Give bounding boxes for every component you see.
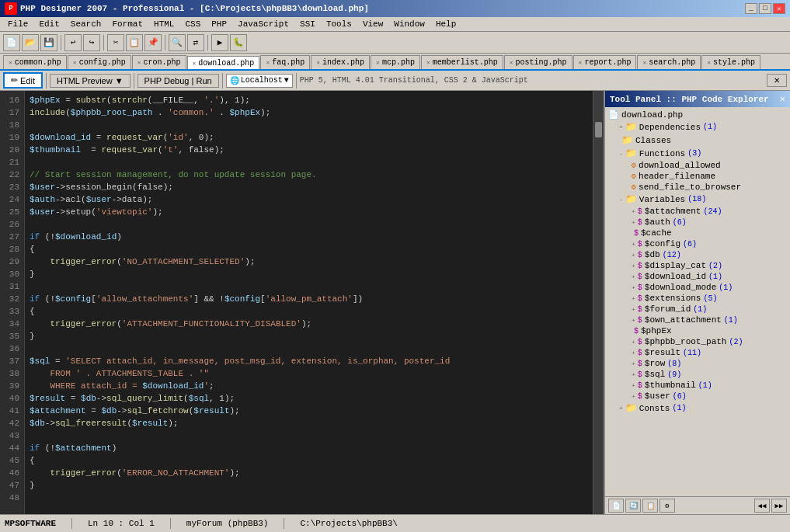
- tree-var-user[interactable]: + $ $user (6): [607, 391, 788, 402]
- var-icon: $: [638, 273, 642, 281]
- tree-functions[interactable]: - 📁 Functions (3): [607, 147, 788, 160]
- tree-variables[interactable]: - 📁 Variables (18): [607, 193, 788, 206]
- copy-btn[interactable]: 📋: [126, 34, 143, 51]
- window-controls[interactable]: _ □ ✕: [745, 3, 785, 14]
- tree-consts[interactable]: + 📁 Consts (1): [607, 402, 788, 415]
- menu-css[interactable]: CSS: [180, 19, 205, 30]
- tab-close-icon[interactable]: ✕: [193, 60, 197, 67]
- tree-file[interactable]: 📄 download.php: [607, 109, 788, 120]
- tab-close-icon[interactable]: ✕: [579, 59, 583, 66]
- tab-close-icon[interactable]: ✕: [426, 59, 430, 66]
- tree-var-config[interactable]: + $ $config (6): [607, 238, 788, 249]
- menu-javascript[interactable]: JavaScript: [233, 19, 294, 30]
- tree-var-download-id[interactable]: + $ $download_id (1): [607, 271, 788, 282]
- tree-var-cache[interactable]: $ $cache: [607, 228, 788, 238]
- panel-nav-next[interactable]: ▶▶: [771, 499, 787, 513]
- run-btn[interactable]: ▶: [211, 34, 228, 51]
- panel-btn-1[interactable]: 📄: [608, 499, 624, 513]
- menu-file[interactable]: File: [3, 19, 33, 30]
- menu-window[interactable]: Window: [389, 19, 430, 30]
- panel-nav-prev[interactable]: ◀◀: [754, 499, 770, 513]
- tab-style[interactable]: ✕ style.php: [701, 55, 760, 69]
- panel-btn-2[interactable]: 🔄: [625, 499, 641, 513]
- tree-var-thumbnail[interactable]: + $ $thumbnail (1): [607, 380, 788, 391]
- var-icon: $: [638, 294, 642, 303]
- tree-fn-download-allowed[interactable]: ⚙ download_allowed: [607, 160, 788, 171]
- cut-btn[interactable]: ✂: [107, 34, 124, 51]
- html-preview-button[interactable]: HTML Preview ▼: [50, 74, 131, 88]
- menu-tools[interactable]: Tools: [322, 19, 357, 30]
- panel-close-btn[interactable]: ✕: [780, 93, 785, 105]
- edit-button[interactable]: ✏ Edit: [3, 72, 43, 89]
- tab-close-icon[interactable]: ✕: [137, 59, 141, 66]
- code-text[interactable]: $phpEx = substr(strrchr(__FILE__, '.'), …: [25, 91, 593, 514]
- menu-search[interactable]: Search: [66, 19, 106, 30]
- tab-search[interactable]: ✕ search.php: [637, 55, 701, 69]
- tab-close-icon[interactable]: ✕: [376, 59, 380, 66]
- menu-format[interactable]: Format: [107, 19, 148, 30]
- tree-var-db[interactable]: + $ $db (12): [607, 249, 788, 260]
- find-btn[interactable]: 🔍: [169, 34, 186, 51]
- tab-close-icon[interactable]: ✕: [510, 59, 513, 66]
- tree-var-download-mode[interactable]: + $ $download_mode (1): [607, 282, 788, 293]
- tree-var-result[interactable]: + $ $result (11): [607, 347, 788, 358]
- tab-common[interactable]: ✕ common.php: [3, 55, 67, 69]
- tab-close-icon[interactable]: ✕: [266, 59, 270, 66]
- save-btn[interactable]: 💾: [40, 34, 57, 51]
- tab-memberlist[interactable]: ✕ memberlist.php: [421, 55, 503, 69]
- tree-var-attachment[interactable]: + $ $attachment (24): [607, 206, 788, 217]
- code-editor[interactable]: 16 17 18 19 20 21 22 23 24 25 26 27 28 2…: [0, 91, 604, 514]
- tab-download[interactable]: ✕ download.php: [187, 56, 260, 70]
- php-debug-button[interactable]: PHP Debug | Run: [137, 74, 219, 88]
- tree-fn-send-file[interactable]: ⚙ send_file_to_browser: [607, 182, 788, 193]
- tree-var-own-attachment[interactable]: + $ $own_attachment (1): [607, 315, 788, 325]
- tree-classes[interactable]: 📁 Classes: [607, 134, 788, 147]
- menu-help[interactable]: Help: [431, 19, 461, 30]
- redo-btn[interactable]: ↪: [83, 34, 100, 51]
- vertical-scrollbar[interactable]: [593, 91, 604, 514]
- tab-config[interactable]: ✕ config.php: [68, 55, 131, 69]
- open-btn[interactable]: 📂: [22, 34, 39, 51]
- tab-cron[interactable]: ✕ cron.php: [132, 55, 186, 69]
- tab-close-icon[interactable]: ✕: [707, 59, 711, 66]
- close-panel-btn[interactable]: ✕: [767, 74, 787, 87]
- panel-btn-3[interactable]: 📋: [642, 499, 658, 513]
- menu-php[interactable]: PHP: [207, 19, 231, 30]
- status-path: C:\Projects\phpBB3\: [300, 519, 397, 528]
- tab-index[interactable]: ✕ index.php: [311, 55, 370, 69]
- menu-ssi[interactable]: SSI: [295, 19, 320, 30]
- tree-var-extensions[interactable]: + $ $extensions (5): [607, 293, 788, 304]
- tab-close-icon[interactable]: ✕: [73, 59, 77, 66]
- undo-btn[interactable]: ↩: [64, 34, 82, 51]
- localhost-dropdown[interactable]: 🌐 Localhost ▼: [226, 74, 293, 88]
- menu-edit[interactable]: Edit: [34, 19, 64, 30]
- menu-html[interactable]: HTML: [149, 19, 179, 30]
- tree-var-forum-id[interactable]: + $ $forum_id (1): [607, 304, 788, 315]
- tree-var-sql[interactable]: + $ $sql (9): [607, 369, 788, 380]
- tab-mcp[interactable]: ✕ mcp.php: [371, 55, 420, 69]
- tab-posting[interactable]: ✕ posting.php: [504, 55, 572, 69]
- tab-faq[interactable]: ✕ faq.php: [260, 55, 310, 69]
- replace-btn[interactable]: ⇄: [187, 34, 204, 51]
- close-btn[interactable]: ✕: [773, 3, 785, 14]
- tab-close-icon[interactable]: ✕: [9, 59, 12, 66]
- new-btn[interactable]: 📄: [3, 34, 20, 51]
- tree-dependencies[interactable]: + 📁 Dependencies (1): [607, 120, 788, 134]
- tree-var-phpex[interactable]: $ $phpEx: [607, 325, 788, 336]
- menu-view[interactable]: View: [358, 19, 388, 30]
- panel-btn-4[interactable]: ⚙: [659, 499, 675, 513]
- tab-close-icon[interactable]: ✕: [642, 59, 646, 66]
- maximize-btn[interactable]: □: [759, 3, 771, 14]
- tree-fn-header-filename[interactable]: ⚙ header_filename: [607, 171, 788, 182]
- status-project: myForum (phpBB3): [186, 519, 269, 528]
- tree-var-auth[interactable]: + $ $auth (6): [607, 217, 788, 228]
- tab-close-icon[interactable]: ✕: [316, 59, 320, 66]
- debug-btn[interactable]: 🐛: [230, 34, 247, 51]
- tree-var-row[interactable]: + $ $row (8): [607, 358, 788, 369]
- tab-label: download.php: [198, 59, 254, 68]
- tree-var-display-cat[interactable]: + $ $display_cat (2): [607, 260, 788, 271]
- tab-report[interactable]: ✕ report.php: [573, 55, 637, 69]
- tree-var-phpbb-root-path[interactable]: + $ $phpbb_root_path (2): [607, 336, 788, 347]
- paste-btn[interactable]: 📌: [144, 34, 162, 51]
- minimize-btn[interactable]: _: [745, 3, 757, 14]
